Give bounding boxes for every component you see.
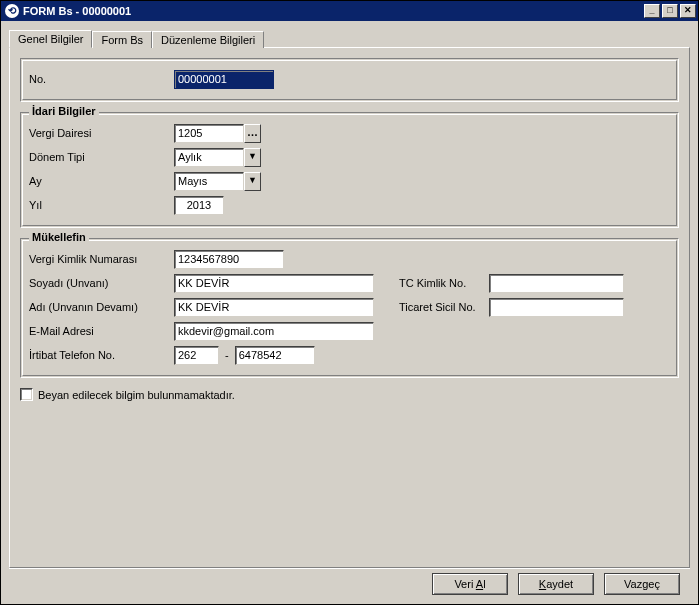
label-sicil: Ticaret Sicil No.: [399, 301, 489, 313]
label-ay: Ay: [29, 175, 174, 187]
chevron-down-icon[interactable]: ▼: [244, 148, 261, 167]
tab-genel-bilgiler[interactable]: Genel Bilgiler: [9, 30, 92, 48]
window: ⟲ FORM Bs - 00000001 _ □ ✕ Genel Bilgile…: [0, 0, 699, 605]
no-field[interactable]: [174, 70, 274, 89]
tab-strip: Genel Bilgiler Form Bs Düzenleme Bilgile…: [9, 27, 690, 47]
donem-tipi-combo: ▼: [174, 148, 261, 167]
tel-number-field[interactable]: [235, 346, 315, 365]
yil-field[interactable]: 2013: [174, 196, 224, 215]
maximize-button[interactable]: □: [662, 4, 678, 18]
frame-idari: İdari Bilgiler Vergi Dairesi … Dönem Tip…: [20, 112, 679, 228]
vergi-dairesi-field[interactable]: [174, 124, 244, 143]
window-title: FORM Bs - 00000001: [23, 5, 131, 17]
tab-duzenleme-bilgileri[interactable]: Düzenleme Bilgileri: [152, 31, 264, 48]
label-donem-tipi: Dönem Tipi: [29, 151, 174, 163]
ay-combo: ▼: [174, 172, 261, 191]
veri-al-button[interactable]: Veri Al: [432, 573, 508, 595]
label-vkn: Vergi Kimlik Numarası: [29, 253, 174, 265]
label-email: E-Mail Adresi: [29, 325, 174, 337]
tel-area-field[interactable]: [174, 346, 219, 365]
app-icon: ⟲: [5, 4, 19, 18]
label-no: No.: [29, 73, 174, 85]
adi-field[interactable]: [174, 298, 374, 317]
ay-field[interactable]: [174, 172, 244, 191]
soyadi-field[interactable]: [174, 274, 374, 293]
label-telefon: İrtibat Telefon No.: [29, 349, 174, 361]
label-yil: Yıl: [29, 199, 174, 211]
sicil-field[interactable]: [489, 298, 624, 317]
frame-no: No.: [20, 58, 679, 102]
frame-mukellefin: Mükellefin Vergi Kimlik Numarası Soyadı …: [20, 238, 679, 378]
button-bar: Veri Al Kaydet Vazgeç: [9, 568, 690, 598]
legend-idari: İdari Bilgiler: [29, 105, 99, 117]
vergi-dairesi-lookup-icon[interactable]: …: [244, 124, 261, 143]
vergi-dairesi-combo: …: [174, 124, 261, 143]
tc-field[interactable]: [489, 274, 624, 293]
label-soyadi: Soyadı (Unvanı): [29, 277, 174, 289]
beyan-label: Beyan edilecek bilgim bulunmamaktadır.: [38, 389, 235, 401]
email-field[interactable]: [174, 322, 374, 341]
checkbox-icon[interactable]: [20, 388, 33, 401]
titlebar: ⟲ FORM Bs - 00000001 _ □ ✕: [1, 1, 698, 21]
vkn-field[interactable]: [174, 250, 284, 269]
kaydet-button[interactable]: Kaydet: [518, 573, 594, 595]
tel-dash: -: [225, 349, 229, 361]
chevron-down-icon[interactable]: ▼: [244, 172, 261, 191]
label-vergi-dairesi: Vergi Dairesi: [29, 127, 174, 139]
label-adi: Adı (Unvanın Devamı): [29, 301, 174, 313]
vazgec-button[interactable]: Vazgeç: [604, 573, 680, 595]
donem-tipi-field[interactable]: [174, 148, 244, 167]
client-area: Genel Bilgiler Form Bs Düzenleme Bilgile…: [1, 21, 698, 604]
tab-form-bs[interactable]: Form Bs: [92, 31, 152, 48]
label-tc: TC Kimlik No.: [399, 277, 489, 289]
minimize-button[interactable]: _: [644, 4, 660, 18]
tab-panel: No. İdari Bilgiler Vergi Dairesi … Dönem…: [9, 47, 690, 568]
close-button[interactable]: ✕: [680, 4, 696, 18]
legend-mukellefin: Mükellefin: [29, 231, 89, 243]
beyan-checkbox[interactable]: Beyan edilecek bilgim bulunmamaktadır.: [20, 388, 679, 401]
